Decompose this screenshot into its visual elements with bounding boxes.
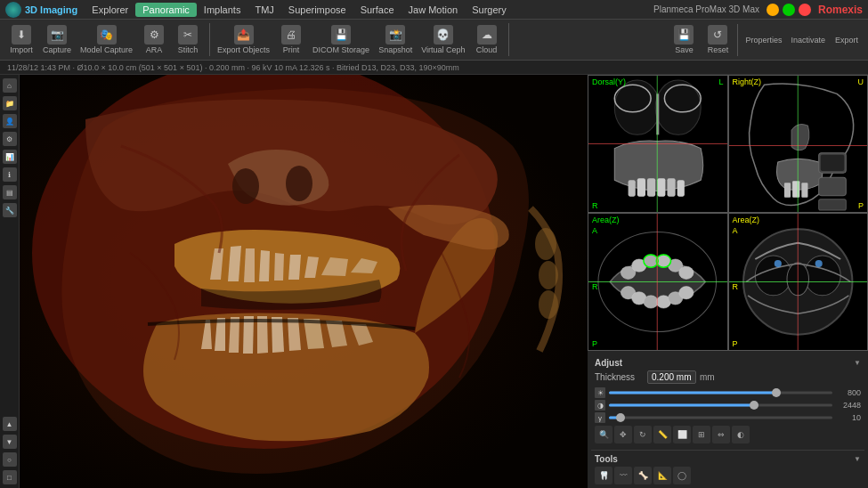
ls-layers-icon[interactable]: ▤ xyxy=(3,185,17,199)
ara-button[interactable]: ⚙ ARA xyxy=(138,23,170,56)
model-capture-button[interactable]: 🎭 Model Capture xyxy=(77,23,136,56)
ls-up-icon[interactable]: ▲ xyxy=(3,417,17,431)
ct-axial-r: R xyxy=(592,282,598,291)
cloud-label: Cloud xyxy=(476,45,498,54)
svg-rect-17 xyxy=(667,178,675,196)
svg-point-52 xyxy=(804,256,840,296)
export-button[interactable]: Export xyxy=(831,34,863,46)
romexis-logo: Romexis xyxy=(818,4,863,16)
capture-button[interactable]: 📷 Capture xyxy=(39,23,75,56)
ct-view-coronal[interactable]: Dorsal(Y) L R xyxy=(588,75,728,213)
ls-settings-icon[interactable]: ⚙ xyxy=(3,132,17,146)
nerve-tool-icon[interactable]: 〰 xyxy=(614,467,632,484)
ls-circle-icon[interactable]: ○ xyxy=(3,452,17,467)
ls-down-icon[interactable]: ▼ xyxy=(3,435,17,449)
left-sidebar: ⌂ 📁 👤 ⚙ 📊 ℹ ▤ 🔧 ▲ ▼ ○ □ xyxy=(0,75,20,488)
svg-point-5 xyxy=(539,261,558,289)
svg-rect-23 xyxy=(792,181,799,197)
statusbar-info: 11/28/12 1:43 PM · Ø10.0 × 10.0 cm (501 … xyxy=(7,63,459,72)
toolbar-left-group: ⬇ Import 📷 Capture 🎭 Model Capture ⚙ ARA… xyxy=(5,23,210,56)
dicom-storage-button[interactable]: 💾 DICOM Storage xyxy=(309,23,373,56)
properties-label: Properties xyxy=(745,36,782,45)
save-button[interactable]: 💾 Save xyxy=(668,23,700,56)
right-area: Dorsal(Y) L R xyxy=(588,75,868,488)
reset-view-icon[interactable]: ⊞ xyxy=(693,426,710,443)
ct-view-axial-bottom[interactable]: Area(Z) A P R xyxy=(588,213,728,351)
ls-chart-icon[interactable]: 📊 xyxy=(3,150,17,164)
svg-rect-26 xyxy=(820,155,844,171)
import-button[interactable]: ⬇ Import xyxy=(5,23,37,56)
ls-info-icon[interactable]: ℹ xyxy=(3,167,17,182)
minimize-button[interactable] xyxy=(767,4,779,16)
ls-square-icon[interactable]: □ xyxy=(3,470,17,484)
thickness-row: Thickness mm xyxy=(595,370,861,384)
properties-button[interactable]: Properties xyxy=(742,34,785,46)
implant-tool-icon[interactable]: 🦷 xyxy=(595,467,612,484)
ct-view4-r: R xyxy=(733,282,739,291)
nav-tab-jawmotion[interactable]: Jaw Motion xyxy=(402,3,466,17)
slider-row-3: γ 10 xyxy=(595,412,861,423)
bone-tool-icon[interactable]: 🦴 xyxy=(634,467,652,484)
export-objects-icon: 📤 xyxy=(234,25,254,45)
nav-tab-surgery[interactable]: Surgery xyxy=(465,3,514,17)
reset-button[interactable]: ↺ Reset xyxy=(702,23,734,56)
thickness-unit: mm xyxy=(700,372,715,382)
slider-row-1: ☀ 800 xyxy=(595,387,861,398)
dicom-icon: 💾 xyxy=(331,25,351,45)
statusbar: 11/28/12 1:43 PM · Ø10.0 × 10.0 cm (501 … xyxy=(0,61,868,75)
ara-icon: ⚙ xyxy=(144,25,164,45)
svg-point-41 xyxy=(644,296,658,308)
print-label: Print xyxy=(283,45,300,54)
svg-point-6 xyxy=(539,290,558,319)
pan-icon[interactable]: ✥ xyxy=(614,426,632,443)
ls-folder-icon[interactable]: 📁 xyxy=(3,96,17,110)
nav-tab-explorer[interactable]: Explorer xyxy=(85,3,135,17)
stitch-button[interactable]: ✂ Stitch xyxy=(172,23,204,56)
tools-expand[interactable]: ▼ xyxy=(854,455,861,463)
measurement-tool-icon[interactable]: 📐 xyxy=(653,467,671,484)
slider-2[interactable] xyxy=(609,401,832,410)
zoom-in-icon[interactable]: 🔍 xyxy=(595,426,612,443)
viewport-3d[interactable] xyxy=(20,75,588,488)
cloud-button[interactable]: ☁ Cloud xyxy=(471,23,503,56)
window-level-icon[interactable]: ⬜ xyxy=(673,426,691,443)
nav-tab-superimpose[interactable]: Superimpose xyxy=(281,3,353,17)
snapshot-button[interactable]: 📸 Snapshot xyxy=(375,23,416,56)
ls-tool-icon[interactable]: 🔧 xyxy=(3,203,17,217)
print-button[interactable]: 🖨 Print xyxy=(275,23,307,56)
rotate-icon[interactable]: ↻ xyxy=(634,426,652,443)
ct-view4-a: A xyxy=(733,226,738,235)
ls-person-icon[interactable]: 👤 xyxy=(3,114,17,128)
adjust-expand[interactable]: ▼ xyxy=(854,359,861,367)
reset-label: Reset xyxy=(708,45,729,54)
model-capture-label: Model Capture xyxy=(80,45,133,54)
close-button[interactable] xyxy=(799,4,811,16)
slider-3[interactable] xyxy=(609,413,832,422)
nav-tab-tmj[interactable]: TMJ xyxy=(247,3,280,17)
ct-view-axial-top[interactable]: Area(Z) A P R xyxy=(728,213,869,351)
flip-icon[interactable]: ⇔ xyxy=(712,426,730,443)
ct-view-sagittal[interactable]: Right(Z) U P xyxy=(728,75,869,213)
airway-tool-icon[interactable]: ◯ xyxy=(673,467,691,484)
nav-tab-implants[interactable]: Implants xyxy=(197,3,248,17)
svg-rect-22 xyxy=(783,183,790,197)
virtual-ceph-button[interactable]: 💀 Virtual Ceph xyxy=(418,23,468,56)
maximize-button[interactable] xyxy=(783,4,795,16)
export-objects-button[interactable]: 📤 Export Objects xyxy=(214,23,273,56)
thickness-input[interactable] xyxy=(647,370,696,384)
inactivate-button[interactable]: Inactivate xyxy=(787,34,829,46)
nav-tab-panoramic[interactable]: Panoramic xyxy=(135,3,197,17)
slider-2-value: 2448 xyxy=(836,401,861,410)
svg-rect-24 xyxy=(801,183,807,197)
snapshot-label: Snapshot xyxy=(378,45,412,54)
svg-point-38 xyxy=(679,266,694,279)
window-controls xyxy=(767,4,811,16)
slider-1[interactable] xyxy=(609,388,832,397)
svg-rect-13 xyxy=(629,180,636,196)
svg-rect-27 xyxy=(818,177,846,195)
ls-home-icon[interactable]: ⌂ xyxy=(3,78,17,93)
measure-icon[interactable]: 📏 xyxy=(653,426,671,443)
svg-rect-28 xyxy=(818,199,846,210)
invert-icon[interactable]: ◐ xyxy=(732,426,750,443)
nav-tab-surface[interactable]: Surface xyxy=(353,3,402,17)
